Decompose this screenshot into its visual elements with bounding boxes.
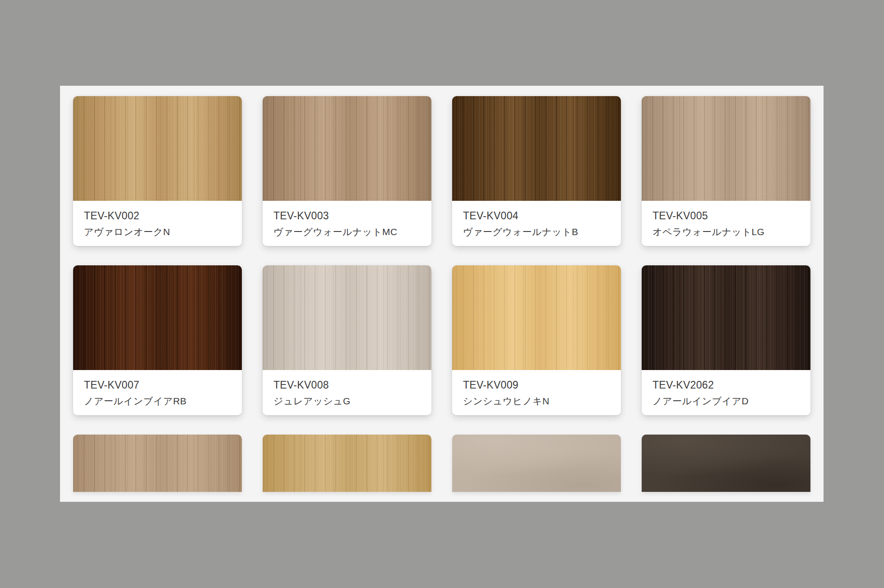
- card-label-area: TEV-KV004 ヴァーグウォールナットB: [452, 201, 621, 246]
- materials-panel: TEV-KV002 アヴァロンオークN TEV-KV003 ヴァーグウォールナッ…: [60, 86, 824, 502]
- card-label-area: TEV-KV009 シンシュウヒノキN: [452, 370, 621, 415]
- solid-swatch-image: [452, 435, 621, 492]
- material-code-label: TEV-KV002: [84, 209, 231, 222]
- material-code-label: TEV-KV007: [84, 379, 231, 391]
- material-name-label: ジュレアッシュG: [273, 395, 421, 407]
- material-name-label: アヴァロンオークN: [84, 226, 231, 238]
- card-label-area: TEV-KV008 ジュレアッシュG: [263, 370, 431, 415]
- material-card-tev-kv009[interactable]: TEV-KV009 シンシュウヒノキN: [452, 265, 621, 415]
- material-name-label: ヴァーグウォールナットMC: [273, 226, 421, 238]
- material-code-label: TEV-KV009: [463, 379, 610, 391]
- wood-swatch-image: [73, 435, 242, 492]
- material-code-label: TEV-KV004: [463, 209, 610, 222]
- material-code-label: TEV-KV008: [273, 379, 421, 391]
- wood-swatch-image: [452, 96, 621, 201]
- material-card-tev-kv003[interactable]: TEV-KV003 ヴァーグウォールナットMC: [263, 96, 431, 246]
- material-card-tev-kv008[interactable]: TEV-KV008 ジュレアッシュG: [263, 265, 431, 415]
- material-card-partial-2[interactable]: [263, 435, 431, 492]
- material-grid: TEV-KV002 アヴァロンオークN TEV-KV003 ヴァーグウォールナッ…: [60, 86, 824, 502]
- material-code-label: TEV-KV2062: [653, 379, 800, 391]
- wood-swatch-image: [73, 265, 242, 370]
- wood-swatch-image: [642, 265, 810, 370]
- material-card-partial-1[interactable]: [73, 435, 242, 492]
- wood-swatch-image: [452, 265, 621, 370]
- material-card-tev-kv005[interactable]: TEV-KV005 オペラウォールナットLG: [642, 96, 810, 246]
- gray-backdrop: TEV-KV002 アヴァロンオークN TEV-KV003 ヴァーグウォールナッ…: [0, 0, 884, 588]
- material-card-partial-4[interactable]: [642, 435, 810, 492]
- wood-swatch-image: [73, 96, 242, 201]
- material-name-label: シンシュウヒノキN: [463, 395, 610, 407]
- material-card-tev-kv004[interactable]: TEV-KV004 ヴァーグウォールナットB: [452, 96, 621, 246]
- material-code-label: TEV-KV005: [653, 209, 800, 222]
- material-name-label: ヴァーグウォールナットB: [463, 226, 610, 238]
- card-label-area: TEV-KV007 ノアールインブイアRB: [73, 370, 242, 415]
- card-label-area: TEV-KV2062 ノアールインブイアD: [642, 370, 810, 415]
- material-card-tev-kv002[interactable]: TEV-KV002 アヴァロンオークN: [73, 96, 242, 246]
- material-card-tev-kv2062[interactable]: TEV-KV2062 ノアールインブイアD: [642, 265, 810, 415]
- card-label-area: TEV-KV005 オペラウォールナットLG: [642, 201, 810, 246]
- material-card-tev-kv007[interactable]: TEV-KV007 ノアールインブイアRB: [73, 265, 242, 415]
- material-code-label: TEV-KV003: [273, 209, 421, 222]
- wood-swatch-image: [263, 96, 431, 201]
- wood-swatch-image: [642, 96, 810, 201]
- card-label-area: TEV-KV003 ヴァーグウォールナットMC: [263, 201, 431, 246]
- wood-swatch-image: [263, 265, 431, 370]
- material-name-label: ノアールインブイアD: [653, 395, 800, 407]
- wood-swatch-image: [263, 435, 431, 492]
- material-name-label: ノアールインブイアRB: [84, 395, 231, 407]
- material-card-partial-3[interactable]: [452, 435, 621, 492]
- solid-swatch-image: [642, 435, 810, 492]
- card-label-area: TEV-KV002 アヴァロンオークN: [73, 201, 242, 246]
- material-name-label: オペラウォールナットLG: [653, 226, 800, 238]
